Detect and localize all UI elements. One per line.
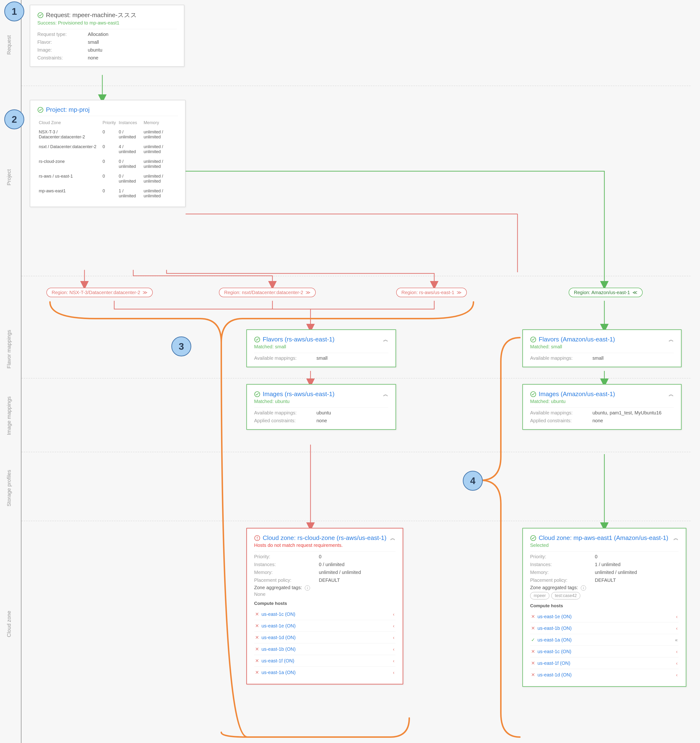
- images-right-appl-k: Applied constraints:: [530, 418, 590, 423]
- compute-host-row[interactable]: ✕us-east-1f (ON)‹: [530, 657, 679, 669]
- images-left-title[interactable]: Images (rs-aws/us-east-1): [262, 391, 335, 398]
- project-title[interactable]: Project: mp-proj: [46, 106, 90, 113]
- project-card: Project: mp-proj Cloud Zone Priority Ins…: [30, 100, 185, 207]
- chevron-down-double-icon: ≫: [142, 290, 148, 295]
- chevron-left-icon: ‹: [393, 611, 394, 617]
- host-name: us-east-1c (ON): [537, 649, 673, 654]
- chevron-left-icon: ‹: [676, 626, 678, 631]
- table-cell: unlimited / unlimited: [142, 172, 178, 186]
- host-name: us-east-1e (ON): [537, 614, 673, 619]
- table-cell: 0: [101, 172, 117, 186]
- host-name: us-east-1b (ON): [537, 626, 673, 631]
- step-circle-1: 1: [4, 1, 24, 21]
- images-left-appl-v: none: [316, 418, 388, 423]
- images-right-avail-v: ubuntu, pam1_test, MyUbuntu16: [592, 410, 674, 416]
- flavors-left-title[interactable]: Flavors (rs-aws/us-east-1): [262, 336, 335, 343]
- x-icon: ✕: [255, 611, 259, 617]
- czr-inst-v: 1 / unlimited: [595, 562, 679, 567]
- cloudzone-left-card: Cloud zone: rs-cloud-zone (rs-aws/us-eas…: [246, 528, 403, 685]
- region-pill-nsxt3[interactable]: Region: NSX-T-3/Datacenter:datacenter-2 …: [46, 288, 153, 297]
- flavors-left-matched: Matched: small: [254, 344, 388, 349]
- request-card: Request: mpeer-machine-ススス Success: Prov…: [30, 5, 184, 67]
- flavors-left-avail-v: small: [316, 355, 388, 361]
- section-label-storage: Storage profiles: [6, 470, 12, 506]
- flavors-right-title[interactable]: Flavors (Amazon/us-east-1): [539, 336, 615, 343]
- table-row: rs-aws / us-east-100 / unlimitedunlimite…: [37, 172, 178, 186]
- request-type-v: Allocation: [88, 32, 177, 37]
- images-right-avail-k: Available mappings:: [530, 410, 590, 416]
- czr-inst-k: Instances:: [530, 562, 592, 567]
- region-pill-nsxt[interactable]: Region: nsxt/Datacenter:datacenter-2 ≫: [219, 288, 316, 297]
- chevron-up-double-icon[interactable]: ︽: [669, 336, 674, 343]
- success-icon: [37, 12, 43, 18]
- compute-host-row[interactable]: ✕us-east-1e (ON)‹: [254, 620, 396, 632]
- zone-tag: mpeer: [530, 592, 549, 599]
- chevron-up-double-icon[interactable]: ︽: [673, 534, 679, 542]
- region-pill-amazon[interactable]: Region: Amazon/us-east-1 ≪: [569, 288, 643, 297]
- region-pill-label: Region: Amazon/us-east-1: [574, 290, 630, 295]
- info-icon[interactable]: i: [581, 585, 586, 591]
- chevron-up-double-icon[interactable]: ︽: [383, 336, 388, 343]
- host-name: us-east-1f (ON): [261, 658, 390, 664]
- czl-prio-k: Priority:: [254, 554, 316, 559]
- compute-host-row[interactable]: ✕us-east-1f (ON)‹: [254, 655, 396, 666]
- images-right-card: Images (Amazon/us-east-1) ︽ Matched: ubu…: [522, 384, 682, 430]
- images-right-title[interactable]: Images (Amazon/us-east-1): [539, 391, 615, 398]
- x-icon: ✕: [255, 635, 259, 640]
- compute-host-row[interactable]: ✓us-east-1a (ON)«: [530, 634, 679, 645]
- info-icon[interactable]: i: [305, 585, 310, 591]
- table-row: nsxt / Datacenter:datacenter-204 / unlim…: [37, 142, 178, 157]
- table-row: rs-cloud-zone00 / unlimitedunlimited / u…: [37, 157, 178, 172]
- images-right-matched: Matched: ubuntu: [530, 399, 674, 404]
- table-cell: unlimited / unlimited: [142, 142, 178, 157]
- request-title: Request: mpeer-machine-ススス: [46, 11, 137, 19]
- chevron-up-double-icon[interactable]: ︽: [390, 534, 396, 542]
- success-icon: [530, 391, 536, 397]
- czl-prio-v: 0: [319, 554, 396, 559]
- compute-host-row[interactable]: ✕us-east-1b (ON)‹: [254, 643, 396, 655]
- table-cell: 0 / unlimited: [117, 157, 142, 172]
- request-flavor-k: Flavor:: [37, 40, 85, 45]
- compute-host-row[interactable]: ✕us-east-1e (ON)‹: [530, 611, 679, 622]
- chevron-down-double-icon: ≫: [306, 290, 310, 295]
- error-icon: [254, 535, 260, 541]
- compute-host-row[interactable]: ✕us-east-1d (ON)‹: [530, 669, 679, 681]
- chevron-left-icon: ‹: [393, 658, 394, 664]
- request-constraints-v: none: [88, 55, 177, 61]
- compute-host-row[interactable]: ✕us-east-1c (ON)‹: [254, 608, 396, 620]
- chevron-up-double-icon[interactable]: ︽: [669, 391, 674, 398]
- section-label-project: Project: [6, 169, 12, 185]
- compute-host-row[interactable]: ✕us-east-1a (ON)‹: [254, 666, 396, 678]
- czl-pol-k: Placement policy:: [254, 577, 316, 583]
- svg-point-15: [257, 539, 257, 540]
- region-pill-rsaws[interactable]: Region: rs-aws/us-east-1 ≫: [396, 288, 467, 297]
- chevron-left-icon: ‹: [676, 672, 678, 678]
- compute-host-row[interactable]: ✕us-east-1d (ON)‹: [254, 632, 396, 643]
- czr-pol-v: DEFAULT: [595, 577, 679, 583]
- chevron-left-icon: ‹: [676, 649, 678, 654]
- chevron-left-icon: ‹: [393, 647, 394, 652]
- region-pill-label: Region: rs-aws/us-east-1: [401, 290, 454, 295]
- project-th-cz: Cloud Zone: [37, 118, 101, 127]
- table-cell: NSX-T-3 / Datacenter:datacenter-2: [37, 127, 101, 142]
- czr-hosts-title: Compute hosts: [530, 603, 679, 608]
- compute-host-row[interactable]: ✕us-east-1b (ON)‹: [530, 622, 679, 634]
- chevron-left-icon: ‹: [676, 614, 678, 619]
- cloudzone-right-title[interactable]: Cloud zone: mp-aws-east1 (Amazon/us-east…: [539, 534, 668, 542]
- czl-inst-k: Instances:: [254, 562, 316, 567]
- chevron-up-double-icon[interactable]: ︽: [383, 391, 388, 398]
- images-right-appl-v: none: [592, 418, 674, 423]
- czl-pol-v: DEFAULT: [319, 577, 396, 583]
- table-cell: unlimited / unlimited: [142, 127, 178, 142]
- host-name: us-east-1f (ON): [537, 660, 673, 666]
- cloudzone-left-sub: Hosts do not match request requirements.: [254, 543, 396, 548]
- host-name: us-east-1d (ON): [537, 672, 673, 678]
- table-cell: 4 / unlimited: [117, 142, 142, 157]
- request-image-v: ubuntu: [88, 47, 177, 53]
- request-status: Success: Provisioned to mp-aws-east1: [37, 20, 177, 26]
- cloudzone-left-title[interactable]: Cloud zone: rs-cloud-zone (rs-aws/us-eas…: [262, 534, 386, 542]
- images-left-avail-k: Available mappings:: [254, 410, 314, 416]
- czl-hosts-title: Compute hosts: [254, 601, 396, 606]
- compute-host-row[interactable]: ✕us-east-1c (ON)‹: [530, 645, 679, 657]
- section-label-flavor: Flavor mappings: [6, 330, 12, 369]
